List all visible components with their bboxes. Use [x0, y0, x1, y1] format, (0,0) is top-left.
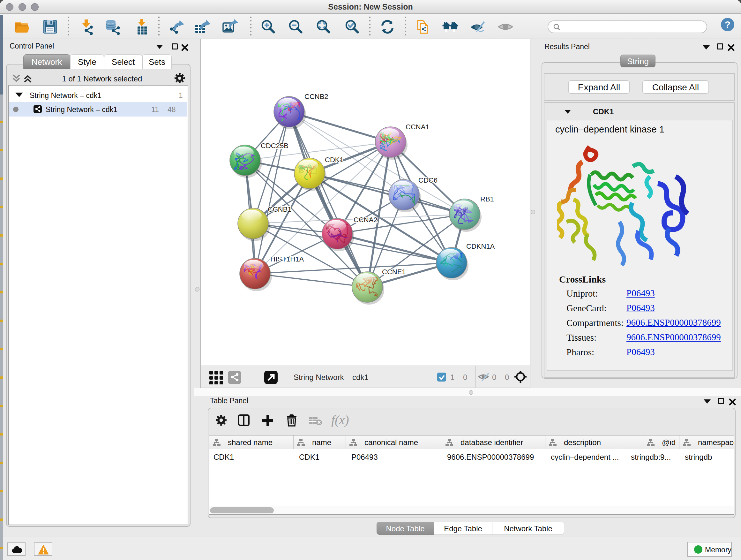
- svg-text:CCNB1: CCNB1: [268, 205, 292, 213]
- svg-text:CCNE1: CCNE1: [382, 268, 406, 276]
- svg-text:CDC25B: CDC25B: [261, 142, 288, 150]
- svg-text:CDC6: CDC6: [418, 176, 437, 184]
- svg-text:HIST1H1A: HIST1H1A: [270, 255, 304, 263]
- svg-text:CCNA2: CCNA2: [354, 216, 378, 224]
- svg-text:CCNB2: CCNB2: [305, 92, 328, 101]
- svg-text:CDK1: CDK1: [325, 156, 344, 164]
- svg-text:RB1: RB1: [480, 195, 494, 203]
- svg-text:CCNA1: CCNA1: [406, 123, 429, 131]
- svg-text:CDKN1A: CDKN1A: [466, 242, 495, 250]
